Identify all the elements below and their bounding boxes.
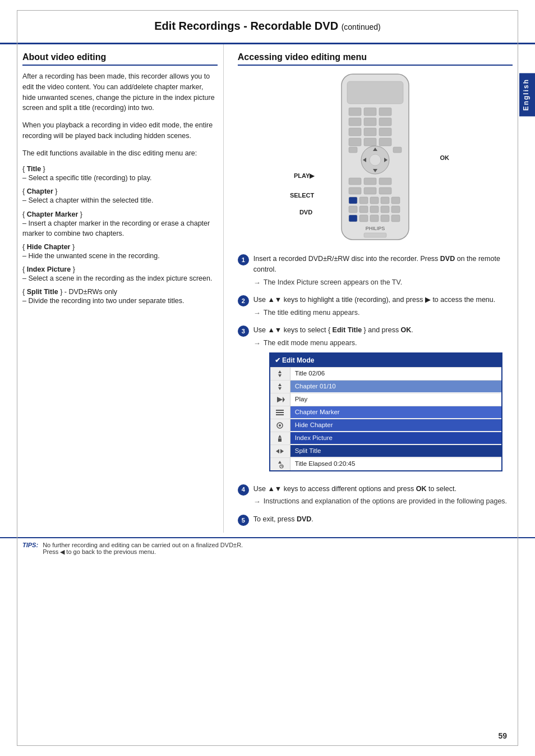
svg-marker-50 [283,397,285,402]
step-3-content: Use ▲▼ keys to select { Edit Title } and… [253,325,513,476]
step-5-content: To exit, press DVD. [253,514,513,525]
edit-item-hide-chapter: { Hide Chapter } – Hide the unwanted sce… [22,243,218,261]
step-1-content: Insert a recorded DVD±R/±RW disc into th… [253,254,513,288]
svg-rect-39 [359,215,368,222]
menu-row-index-picture[interactable]: Index Picture [270,432,501,445]
edit-item-index-picture: { Index Picture } – Select a scene in th… [22,265,218,283]
step-5-num: 5 [238,515,249,526]
tips-label: TIPS: [22,542,38,548]
menu-label-title-elapsed: Title Elapsed 0:20:45 [290,458,501,470]
step-4: 4 Use ▲▼ keys to access different option… [238,484,513,507]
index-picture-icon-svg [275,433,285,443]
menu-icon-title-elapsed [270,458,290,470]
left-para-2: When you playback a recording in video e… [22,120,218,141]
item-name-chapter-marker: { Chapter Marker } [22,210,218,218]
left-column: About video editing After a recording ha… [22,44,224,533]
page-border-left [17,10,17,746]
edit-mode-menu: ✔ Edit Mode Title 02/06 [269,352,502,471]
item-name-index-picture: { Index Picture } [22,265,218,273]
svg-rect-27 [379,187,391,194]
svg-rect-11 [349,138,361,146]
svg-marker-48 [278,387,282,390]
svg-rect-8 [349,128,361,136]
menu-icon-chapter [270,381,290,393]
menu-row-chapter-marker[interactable]: Chapter Marker [270,406,501,419]
accessing-menu-heading: Accessing video editing menu [238,52,513,66]
svg-rect-22 [349,178,361,185]
svg-rect-57 [278,438,282,442]
split-title-icon-svg [275,446,285,456]
svg-rect-3 [364,108,376,116]
step-3: 3 Use ▲▼ keys to select { Edit Title } a… [238,325,513,476]
tips-content: No further recording and editing can be … [43,542,243,556]
menu-row-chapter[interactable]: Chapter 01/10 [270,380,501,393]
svg-rect-7 [379,118,391,126]
step-2-arrow: → The title editing menu appears. [253,308,513,319]
step-4-arrow-text: Instructions and explanation of the opti… [264,496,507,507]
menu-row-play[interactable]: Play [270,393,501,406]
svg-rect-40 [370,215,379,222]
menu-icon-split-title [270,445,290,457]
svg-marker-58 [276,449,279,453]
svg-marker-56 [278,435,282,438]
svg-marker-46 [278,374,282,377]
page-border-right [518,10,518,746]
menu-icon-hide-chapter [270,419,290,432]
remote-wrapper: PLAY▶ SELECT DVD OK [325,71,426,247]
svg-rect-9 [364,128,376,136]
chapter-marker-icon-svg [275,407,285,418]
item-desc-split-title: – Divide the recording into two under se… [22,296,218,306]
tips-section: TIPS: No further recording and editing c… [0,537,535,559]
step-1: 1 Insert a recorded DVD±R/±RW disc into … [238,254,513,288]
ok-label: OK [440,154,449,161]
step-5-text: To exit, press DVD. [253,515,313,523]
svg-rect-5 [349,118,361,126]
svg-rect-26 [364,187,376,194]
page-number: 59 [498,731,507,740]
page-title: Edit Recordings - Recordable DVD (contin… [0,0,535,44]
svg-rect-21 [393,147,402,153]
menu-icon-chapter-marker [270,406,290,419]
menu-header: ✔ Edit Mode [270,354,501,367]
title-icon-svg [275,369,285,379]
menu-row-hide-chapter[interactable]: Hide Chapter [270,419,501,432]
svg-rect-13 [379,138,391,146]
menu-label-split-title: Split Title [290,445,501,457]
svg-rect-35 [370,206,379,213]
remote-illustration-area: PLAY▶ SELECT DVD OK [238,71,513,247]
svg-marker-49 [277,397,283,402]
step-2-text: Use ▲▼ keys to highlight a title (record… [253,296,495,304]
svg-rect-20 [349,147,357,153]
item-desc-title: – Select a specific title (recording) to… [22,173,218,183]
svg-rect-51 [276,410,284,411]
item-name-hide-chapter: { Hide Chapter } [22,243,218,251]
step-3-text: Use ▲▼ keys to select { Edit Title } and… [253,326,413,334]
svg-rect-30 [370,197,379,204]
tips-line-2: Press ◀ to go back to the previous menu. [43,548,243,556]
svg-rect-10 [379,128,391,136]
step-4-text: Use ▲▼ keys to access different options … [253,485,456,493]
item-desc-hide-chapter: – Hide the unwanted scene in the recordi… [22,251,218,261]
hide-chapter-icon-svg [275,420,285,430]
item-name-split-title: { Split Title } - DVD±RWs only [22,288,218,296]
svg-marker-47 [278,383,282,386]
menu-label-chapter: Chapter 01/10 [290,381,501,392]
menu-row-title-elapsed[interactable]: Title Elapsed 0:20:45 [270,457,501,470]
svg-rect-38 [349,215,357,222]
step-1-arrow: → The Index Picture screen appears on th… [253,277,513,288]
arrow-icon-3: → [253,338,261,349]
item-name-chapter: { Chapter } [22,187,218,195]
menu-label-chapter-marker: Chapter Marker [290,406,501,418]
item-desc-chapter-marker: – Insert a chapter marker in the recordi… [22,218,218,239]
svg-rect-52 [276,412,284,413]
svg-rect-2 [349,108,361,116]
step-3-arrow-text: The edit mode menu appears. [264,338,357,349]
svg-rect-31 [381,197,389,204]
svg-rect-23 [364,178,376,185]
svg-marker-60 [278,461,282,464]
menu-label-index-picture: Index Picture [290,432,501,444]
svg-rect-6 [364,118,376,126]
menu-row-title[interactable]: Title 02/06 [270,367,501,380]
menu-row-split-title[interactable]: Split Title [270,445,501,457]
right-column: Accessing video editing menu PLAY▶ SELEC… [235,44,513,533]
